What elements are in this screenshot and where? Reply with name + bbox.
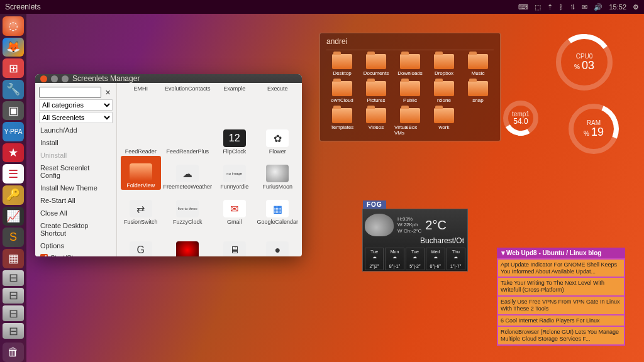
weather-cloud-icon <box>365 214 394 236</box>
window-titlebar[interactable]: Screenlets Manager <box>35 74 302 83</box>
weather-temp: 2°C <box>425 218 447 233</box>
screenlet-item[interactable]: 🖥 <box>214 226 255 256</box>
startstop-checkbox[interactable]: Start/Stop <box>39 253 113 256</box>
header-item: Example <box>214 85 255 119</box>
weather-widget[interactable]: FOG H:93% W:22Kph W Ch:-2°C 2°C Buchares… <box>362 209 468 272</box>
forecast-day: Wed☁0°|-6° <box>426 248 445 270</box>
install-action[interactable]: Install <box>39 137 113 148</box>
shortcut-action[interactable]: Create Desktop Shortcut <box>39 220 113 239</box>
screenlet-item[interactable]: ▦GoogleCalendar <box>257 191 298 225</box>
screenlet-label: FeedReader <box>125 148 157 155</box>
rss-item[interactable]: 6 Cool Internet Radio Players For Linux <box>498 315 624 326</box>
drive3-icon[interactable]: ⊟ <box>3 305 24 321</box>
restart-action[interactable]: Re-Start All <box>39 195 113 206</box>
rss-title[interactable]: ▼Web Upd8 - Ubuntu / Linux blog <box>497 248 625 258</box>
bluetooth-icon[interactable]: ᛒ <box>559 3 564 11</box>
drive2-icon[interactable]: ⊟ <box>3 288 24 304</box>
folder-item[interactable]: ownCloud <box>326 81 358 103</box>
mail-icon[interactable]: ✉ <box>582 3 587 11</box>
folder-icon <box>130 163 152 181</box>
screenlets-launcher-icon[interactable]: ⊞ <box>3 58 24 78</box>
firefox-icon[interactable]: 🦊 <box>3 38 24 57</box>
folder-item[interactable]: Dropbox <box>428 54 460 76</box>
screenlet-label: FuriusMoon <box>262 184 292 190</box>
screenlet-item[interactable]: ☁FreemeteoWeather <box>164 156 212 190</box>
folder-item[interactable]: rclone <box>428 81 460 103</box>
type-select[interactable]: All Screenlets <box>39 112 113 123</box>
folder-item[interactable]: Public <box>394 81 426 103</box>
screenlet-item[interactable]: FeedReader <box>121 121 161 155</box>
category-select[interactable]: All categories <box>39 99 113 111</box>
folder-item[interactable]: Music <box>462 54 494 76</box>
wunderlist-icon[interactable]: ★ <box>3 143 24 163</box>
folder-label: Pictures <box>367 97 386 103</box>
dropbox-icon[interactable]: ⬚ <box>535 3 541 11</box>
screenlet-item[interactable]: ● <box>257 226 298 256</box>
trash-icon[interactable]: 🗑 <box>3 343 24 362</box>
install-theme-action[interactable]: Install New Theme <box>39 182 113 194</box>
folder-item[interactable]: VirtualBox VMs <box>394 108 426 136</box>
window-minimize-icon[interactable] <box>51 75 58 82</box>
folder-label: Desktop <box>333 70 351 76</box>
sublime-icon[interactable]: S <box>3 228 24 247</box>
screenlet-item[interactable]: FuriusMoon <box>257 156 298 190</box>
screenlet-item[interactable]: no imageFunnyordie <box>214 156 255 190</box>
yppa-icon[interactable]: Y·PPA <box>3 122 24 141</box>
clear-search-icon[interactable]: ✕ <box>103 89 112 97</box>
network-icon[interactable]: ⥮ <box>570 3 575 11</box>
folder-item[interactable]: Documents <box>360 54 392 76</box>
folder-item[interactable]: snap <box>462 81 494 103</box>
dash-icon[interactable]: ◌ <box>3 16 24 36</box>
folder-item[interactable]: Pictures <box>360 81 392 103</box>
session-icon[interactable]: ⚙ <box>633 3 639 11</box>
rss-item[interactable]: Easily Use Free VPNs From VPN Gate In Li… <box>498 297 624 314</box>
folder-item[interactable]: Videos <box>360 108 392 136</box>
drive4-icon[interactable]: ⊟ <box>3 323 24 339</box>
system-monitor-icon[interactable]: 📈 <box>3 207 24 226</box>
rss-item[interactable]: RcloneBrowser (Rclone GUI) Lets You Mana… <box>498 327 624 344</box>
screenlet-item[interactable]: five to threeFuzzyClock <box>164 191 212 225</box>
virtualbox-icon[interactable]: ▣ <box>3 101 24 121</box>
screenlet-label: FeedReaderPlus <box>166 148 209 155</box>
app1-icon[interactable]: ☰ <box>3 164 24 184</box>
folder-item[interactable]: Downloads <box>394 54 426 76</box>
folder-label: Documents <box>364 70 389 76</box>
rss-widget[interactable]: ▼Web Upd8 - Ubuntu / Linux blog Apt Upda… <box>497 248 625 346</box>
rss-item[interactable]: Take Your Writing To The Next Level With… <box>498 278 624 295</box>
launch-action[interactable]: Launch/Add <box>39 124 113 136</box>
screenlet-item[interactable]: ⇄FusionSwitch <box>121 191 161 225</box>
screenlet-item[interactable] <box>164 226 212 256</box>
screenlet-item[interactable]: 12FlipClock <box>214 121 255 155</box>
weather-condition-tag: FOG <box>363 200 386 209</box>
screenlet-item[interactable]: FeedReaderPlus <box>164 121 212 155</box>
closeall-action[interactable]: Close All <box>39 207 113 219</box>
header-item: EvolutionContacts <box>164 85 212 119</box>
folderview-widget[interactable]: andrei DesktopDocumentsDownloadsDropboxM… <box>319 33 501 141</box>
screenlet-item[interactable]: ✿Flower <box>257 121 298 155</box>
window-maximize-icon[interactable] <box>62 75 69 82</box>
rss-item[interactable]: Apt Update Indicator For GNOME Shell Kee… <box>498 260 624 277</box>
keyboard-icon[interactable]: ⌨ <box>518 3 528 11</box>
screenlet-item[interactable]: G <box>121 226 161 256</box>
folder-icon <box>434 108 454 123</box>
screenlet-label: FlipClock <box>223 148 246 155</box>
screenlet-item[interactable]: FolderView <box>121 156 161 190</box>
plain-icon: G <box>130 241 152 256</box>
settings-icon[interactable]: 🔧 <box>3 80 24 99</box>
folder-icon <box>366 81 386 96</box>
app2-icon[interactable]: ▦ <box>3 249 24 268</box>
window-close-icon[interactable] <box>40 75 47 82</box>
sync-up-icon[interactable]: ⇡ <box>547 3 553 11</box>
drive1-icon[interactable]: ⊟ <box>3 270 24 286</box>
reset-action[interactable]: Reset Screenlet Config <box>39 162 113 181</box>
search-input[interactable] <box>39 87 101 98</box>
forecast-day: Tue☁2°|2° <box>365 248 384 270</box>
folder-item[interactable]: Desktop <box>326 54 358 76</box>
clock[interactable]: 15:52 <box>609 3 626 11</box>
options-label: Options <box>39 240 113 251</box>
folder-item[interactable]: Templates <box>326 108 358 136</box>
keepass-icon[interactable]: 🔑 <box>3 185 24 205</box>
volume-icon[interactable]: 🔊 <box>594 3 602 11</box>
screenlet-item[interactable]: ✉Gmail <box>214 191 255 225</box>
folder-item[interactable]: work <box>428 108 460 136</box>
